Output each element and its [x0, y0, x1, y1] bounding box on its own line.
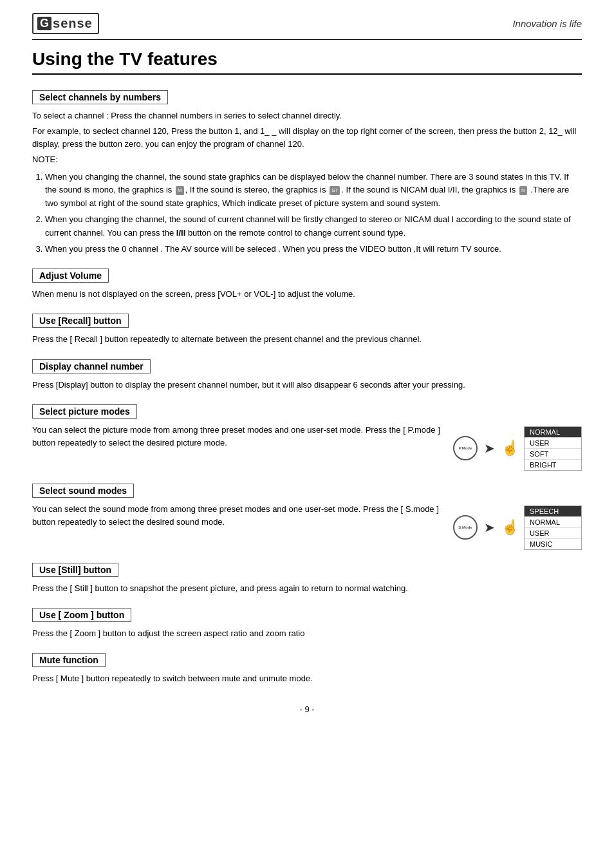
menu-item: SOFT — [525, 449, 581, 460]
mute-body: Press [ Mute ] button repeatedly to swit… — [32, 672, 582, 685]
arrow-icon: ➤ — [484, 440, 495, 456]
picture-body: You can select the picture mode from amo… — [32, 424, 440, 449]
select-channels-list: When you changing the channel, the sound… — [45, 171, 582, 256]
recall-body: Press the [ Recall ] button repeatedly t… — [32, 333, 582, 346]
picture-menu-list: NORMALUSERSOFTBRIGHT — [524, 426, 582, 471]
sound-diagram: S.Mode ➤ ☝️ SPEECHNORMALUSERMUSIC — [453, 505, 582, 550]
adjust-volume-body: When menu is not displayed on the screen… — [32, 288, 582, 301]
list-item: When you changing the channel, the sound… — [45, 171, 582, 211]
menu-item: BRIGHT — [525, 460, 581, 470]
smode-label: S.Mode — [458, 525, 472, 530]
section-select-sound: Select sound modes You can select the so… — [32, 477, 582, 550]
section-heading-sound: Select sound modes — [32, 484, 134, 498]
sound-hand-menu: ☝️ SPEECHNORMALUSERMUSIC — [501, 505, 582, 550]
menu-item: NORMAL — [525, 427, 581, 438]
select-channels-para1: To select a channel : Press the channel … — [32, 109, 582, 167]
menu-item: USER — [525, 438, 581, 449]
logo-name: sense — [53, 16, 93, 31]
sound-section-with-diagram: You can select the sound mode from among… — [32, 503, 582, 550]
section-select-picture: Select picture modes You can select the … — [32, 398, 582, 471]
picture-diagram: P.Mode ➤ ☝️ NORMALUSERSOFTBRIGHT — [453, 426, 582, 471]
section-heading-zoom: Use [ Zoom ] button — [32, 608, 131, 622]
sound-body-text: You can select the sound mode from among… — [32, 503, 440, 533]
hand-icon: ☝️ — [501, 519, 519, 536]
smode-button-icon: S.Mode — [453, 515, 478, 540]
section-heading-still: Use [Still] button — [32, 563, 118, 577]
section-heading-picture: Select picture modes — [32, 404, 137, 419]
sound-menu-list: SPEECHNORMALUSERMUSIC — [524, 505, 582, 550]
section-heading-adjust-volume: Adjust Volume — [32, 269, 109, 283]
page-header: G sense Innovation is life — [32, 13, 582, 40]
picture-body-text: You can select the picture mode from amo… — [32, 424, 440, 453]
page: G sense Innovation is life Using the TV … — [0, 0, 614, 868]
arrow-icon: ➤ — [484, 520, 495, 535]
footer: - 9 - — [32, 704, 582, 714]
menu-item: NORMAL — [525, 517, 581, 528]
section-heading-mute: Mute function — [32, 653, 106, 667]
picture-hand-menu: ☝️ NORMALUSERSOFTBRIGHT — [501, 426, 582, 471]
page-title: Using the TV features — [32, 49, 582, 75]
menu-item: MUSIC — [525, 539, 581, 549]
section-zoom-button: Use [ Zoom ] button Press the [ Zoom ] b… — [32, 601, 582, 640]
zoom-body: Press the [ Zoom ] button to adjust the … — [32, 627, 582, 640]
stereo-indicator: ST — [330, 186, 340, 196]
section-display-channel: Display channel number Press [Display] b… — [32, 353, 582, 392]
section-heading-display-channel: Display channel number — [32, 359, 151, 373]
list-item: When you press the 0 channel . The AV so… — [45, 243, 582, 256]
logo: G sense — [32, 13, 99, 34]
section-mute-function: Mute function Press [ Mute ] button repe… — [32, 646, 582, 685]
section-recall-button: Use [Recall] button Press the [ Recall ]… — [32, 307, 582, 346]
section-heading-recall: Use [Recall] button — [32, 314, 129, 328]
pmode-label: P.Mode — [459, 446, 472, 451]
section-heading-select-channels: Select channels by numbers — [32, 90, 168, 104]
section-select-channels: Select channels by numbers To select a c… — [32, 84, 582, 256]
still-body: Press the [ Still ] button to snapshot t… — [32, 582, 582, 595]
sound-body: You can select the sound mode from among… — [32, 503, 440, 529]
hand-icon: ☝️ — [501, 440, 519, 457]
picture-section-with-diagram: You can select the picture mode from amo… — [32, 424, 582, 471]
section-still-button: Use [Still] button Press the [ Still ] b… — [32, 556, 582, 595]
pmode-button-icon: P.Mode — [453, 436, 478, 460]
logo-g-icon: G — [37, 17, 51, 30]
page-number: - 9 - — [299, 704, 314, 714]
display-channel-body: Press [Display] button to display the pr… — [32, 379, 582, 392]
menu-item: USER — [525, 528, 581, 539]
tagline: Innovation is life — [512, 18, 582, 29]
menu-item: SPEECH — [525, 506, 581, 517]
list-item: When you changing the channel, the sound… — [45, 213, 582, 240]
mono-indicator: M — [176, 186, 184, 196]
nicam-indicator: N — [519, 186, 527, 196]
section-adjust-volume: Adjust Volume When menu is not displayed… — [32, 262, 582, 301]
